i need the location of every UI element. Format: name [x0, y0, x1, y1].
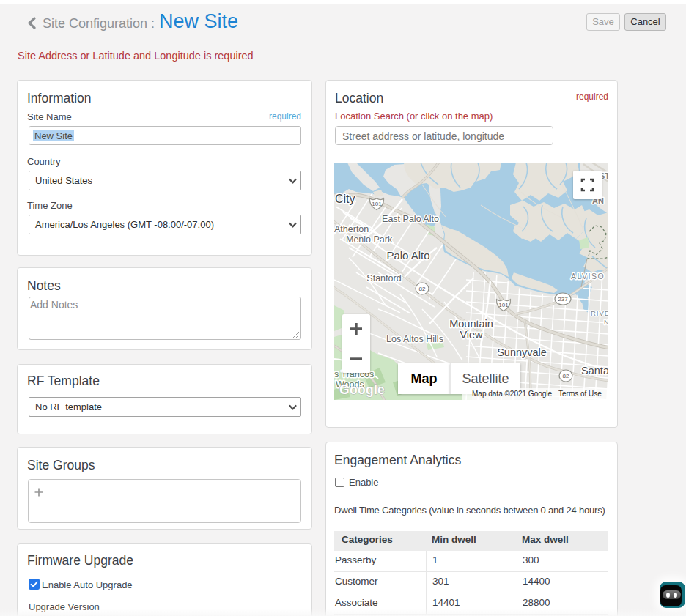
svg-text:Santa: Santa [581, 365, 608, 376]
svg-text:East Palo Alto: East Palo Alto [382, 214, 439, 224]
svg-text:N: N [604, 318, 608, 326]
svg-text:Atherton: Atherton [334, 224, 369, 234]
svg-text:Google: Google [339, 382, 385, 397]
svg-text:City: City [335, 193, 355, 205]
svg-text:Los Altos Hills: Los Altos Hills [386, 334, 443, 344]
svg-text:Menlo Park: Menlo Park [346, 234, 393, 245]
svg-text:View: View [460, 329, 483, 341]
svg-text:101: 101 [372, 201, 382, 207]
svg-text:82: 82 [563, 373, 569, 379]
svg-text:Stanford: Stanford [366, 273, 401, 283]
svg-text:Mountain: Mountain [449, 318, 493, 330]
svg-text:ALVISO: ALVISO [571, 272, 605, 281]
svg-text:82: 82 [419, 286, 426, 292]
svg-text:101: 101 [498, 302, 509, 308]
svg-text:RIVE: RIVE [591, 309, 608, 317]
svg-text:Palo Alto: Palo Alto [386, 249, 429, 261]
svg-text:Sunnyvale: Sunnyvale [497, 346, 547, 358]
svg-text:237: 237 [558, 296, 568, 303]
